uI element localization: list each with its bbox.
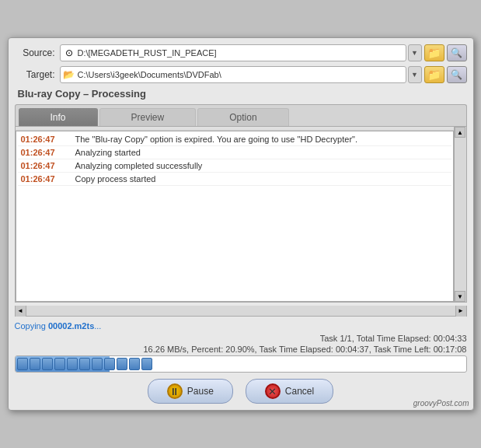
log-container: 01:26:47 The "Blu-ray Copy" option is ex… xyxy=(15,126,467,303)
cancel-label: Cancel xyxy=(285,386,314,397)
target-dropdown[interactable]: ▼ xyxy=(408,66,422,83)
pause-label: Pause xyxy=(187,386,214,397)
source-value: D:\[MEGADETH_RUST_IN_PEACE] xyxy=(78,48,403,58)
target-folder-button[interactable]: 📁 xyxy=(424,66,444,83)
scroll-up-button[interactable]: ▲ xyxy=(455,127,465,138)
progress-block xyxy=(92,358,103,370)
source-row: Source: ⊙ D:\[MEGADETH_RUST_IN_PEACE] ▼ … xyxy=(15,44,467,61)
progress-block xyxy=(54,358,65,370)
source-folder-button[interactable]: 📁 xyxy=(424,44,444,61)
vertical-scrollbar[interactable]: ▲ ▼ xyxy=(454,127,466,302)
log-row: 01:26:47 Copy process started xyxy=(18,173,451,186)
log-area: 01:26:47 The "Blu-ray Copy" option is ex… xyxy=(16,131,454,302)
scroll-down-button[interactable]: ▼ xyxy=(455,291,465,302)
horizontal-scrollbar[interactable]: ◄ ► xyxy=(15,306,467,317)
tabs-bar: Info Preview Option xyxy=(15,104,467,126)
source-label: Source: xyxy=(15,47,55,58)
tab-option[interactable]: Option xyxy=(197,108,288,126)
log-msg-3: Copy process started xyxy=(75,174,448,184)
log-msg-1: Analyzing started xyxy=(75,148,448,157)
folder-icon: 📂 xyxy=(64,69,75,80)
source-info-button[interactable]: 🔍 xyxy=(447,44,467,61)
log-row: 01:26:47 Analyzing completed successfull… xyxy=(18,159,451,173)
section-title: Blu-ray Copy – Processing xyxy=(18,88,467,100)
bottom-buttons: ⏸ Pause ✕ Cancel xyxy=(15,379,467,404)
source-dropdown[interactable]: ▼ xyxy=(408,44,422,61)
progress-block xyxy=(42,358,53,370)
progress-bar xyxy=(15,355,467,373)
target-info-button[interactable]: 🔍 xyxy=(447,66,467,83)
target-label: Target: xyxy=(15,69,55,80)
progress-block xyxy=(104,358,115,370)
progress-bar-fill xyxy=(16,356,110,372)
cancel-button[interactable]: ✕ Cancel xyxy=(246,379,333,404)
main-window: Source: ⊙ D:\[MEGADETH_RUST_IN_PEACE] ▼ … xyxy=(8,37,474,411)
pause-icon: ⏸ xyxy=(167,383,183,399)
scroll-right-button[interactable]: ► xyxy=(455,306,466,317)
progress-block xyxy=(17,358,28,370)
disc-icon: ⊙ xyxy=(64,47,75,58)
log-time-3: 01:26:47 xyxy=(21,174,75,184)
tab-info[interactable]: Info xyxy=(19,108,98,126)
stats-line2: 16.26 MB/s, Percent: 20.90%, Task Time E… xyxy=(15,345,467,354)
log-time-0: 01:26:47 xyxy=(21,135,75,144)
target-value: C:\Users\i3geek\Documents\DVDFab\ xyxy=(78,70,403,79)
copying-filename: 00002.m2ts xyxy=(48,321,94,331)
progress-block xyxy=(79,358,90,370)
progress-blocks xyxy=(17,358,152,370)
target-input-wrap: 📂 C:\Users\i3geek\Documents\DVDFab\ xyxy=(60,66,406,83)
watermark: groovyPost.com xyxy=(413,399,469,408)
stats-line1: Task 1/1, Total Time Elapsed: 00:04:33 xyxy=(15,334,467,343)
scroll-left-button[interactable]: ◄ xyxy=(16,306,26,317)
log-row: 01:26:47 The "Blu-ray Copy" option is ex… xyxy=(18,133,451,146)
log-time-2: 01:26:47 xyxy=(21,161,75,170)
target-row: Target: 📂 C:\Users\i3geek\Documents\DVDF… xyxy=(15,66,467,83)
log-msg-2: Analyzing completed successfully xyxy=(75,161,448,170)
progress-block xyxy=(30,358,40,370)
progress-block xyxy=(117,358,127,370)
log-msg-0: The "Blu-ray Copy" option is expired. Yo… xyxy=(75,135,448,144)
cancel-icon: ✕ xyxy=(265,383,281,399)
copying-status: Copying 00002.m2ts... xyxy=(15,321,467,331)
log-row: 01:26:47 Analyzing started xyxy=(18,146,451,159)
pause-button[interactable]: ⏸ Pause xyxy=(148,379,233,404)
tab-preview[interactable]: Preview xyxy=(99,108,197,126)
log-main: 01:26:47 The "Blu-ray Copy" option is ex… xyxy=(16,127,454,302)
source-input-wrap: ⊙ D:\[MEGADETH_RUST_IN_PEACE] xyxy=(60,44,406,61)
progress-block xyxy=(141,358,152,370)
log-time-1: 01:26:47 xyxy=(21,148,75,157)
progress-block xyxy=(129,358,140,370)
progress-block xyxy=(67,358,78,370)
